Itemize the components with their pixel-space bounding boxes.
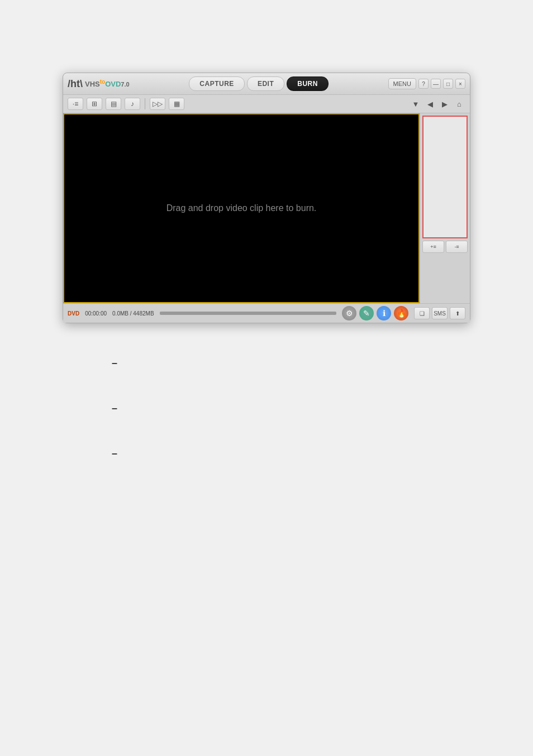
home-icon: ⌂: [457, 100, 461, 108]
logo-area: /ht\ VHStoOVD7.0: [68, 78, 130, 90]
logo-icon: /ht\: [68, 78, 83, 90]
tab-edit[interactable]: EDIT: [247, 76, 284, 91]
gear-icon: ⚙: [346, 309, 353, 318]
close-button[interactable]: ×: [455, 79, 465, 89]
audio-icon: ♪: [131, 100, 134, 108]
side-buttons: +≡ -≡: [422, 241, 468, 253]
chapters-icon: ▦: [174, 100, 180, 108]
status-time: 00:00:00: [85, 310, 107, 317]
play-icon: ▶: [442, 100, 448, 108]
side-preview: [422, 116, 468, 238]
info-icon: ℹ: [383, 309, 386, 318]
side-btn-left[interactable]: +≡: [422, 241, 444, 253]
settings-button[interactable]: ⚙: [342, 306, 356, 320]
toolbar-btn-image[interactable]: ▤: [106, 98, 121, 110]
share-button[interactable]: ⬆: [450, 307, 465, 319]
remove-icon: -≡: [454, 244, 459, 250]
toolbar-btn-transition[interactable]: ▷▷: [150, 98, 165, 110]
toolbar-btn-audio[interactable]: ♪: [125, 98, 140, 110]
main-content: Drag and drop video clip here to burn. +…: [63, 113, 470, 303]
playback-controls: ▼ ◀ ▶ ⌂: [410, 98, 465, 110]
list-icon: ·≡: [73, 100, 78, 108]
video-area[interactable]: Drag and drop video clip here to burn.: [63, 113, 420, 303]
side-panel: +≡ -≡: [420, 113, 470, 303]
fire-icon: 🔥: [397, 309, 406, 318]
toolbar: ·≡ ⊞ ▤ ♪ ▷▷ ▦ ▼ ◀ ▶: [63, 95, 470, 113]
maximize-button[interactable]: □: [443, 79, 453, 89]
playback-prev-btn[interactable]: ◀: [424, 98, 436, 110]
annotation-dash-1: –: [112, 357, 117, 369]
annotation-dash-3: –: [112, 448, 117, 460]
menu-button[interactable]: MENU: [388, 78, 416, 89]
right-status-icons: ❑ SMS ⬆: [414, 307, 465, 319]
add-icon: +≡: [430, 244, 436, 250]
info-button[interactable]: ℹ: [377, 306, 391, 320]
edit-button[interactable]: ✎: [359, 306, 374, 320]
side-btn-right[interactable]: -≡: [446, 241, 468, 253]
status-label: DVD: [68, 310, 79, 317]
toolbar-btn-grid[interactable]: ⊞: [87, 98, 102, 110]
playback-play-btn[interactable]: ▶: [439, 98, 451, 110]
playback-down-btn[interactable]: ▼: [410, 98, 422, 110]
status-icons: ⚙ ✎ ℹ 🔥: [342, 306, 408, 320]
down-icon: ▼: [412, 100, 420, 108]
transition-icon: ▷▷: [153, 100, 163, 108]
burn-button[interactable]: 🔥: [394, 306, 408, 320]
tab-capture[interactable]: CAPTURE: [189, 76, 245, 91]
app-title: VHStoOVD7.0: [85, 79, 130, 88]
drag-drop-text: Drag and drop video clip here to burn.: [166, 203, 317, 213]
nav-tabs: CAPTURE EDIT BURN: [133, 76, 385, 91]
image-icon: ▤: [111, 100, 117, 108]
copy-button[interactable]: ❑: [414, 307, 430, 319]
minimize-button[interactable]: —: [431, 79, 441, 89]
annotation-dash-2: –: [112, 403, 117, 414]
status-size: 0.0MB / 4482MB: [112, 310, 154, 317]
status-bar: DVD 00:00:00 0.0MB / 4482MB ⚙ ✎ ℹ 🔥 ❑ SM: [63, 303, 470, 323]
edit-icon: ✎: [363, 309, 370, 318]
playback-home-btn[interactable]: ⌂: [453, 98, 465, 110]
toolbar-separator-1: [145, 98, 145, 109]
share-icon: ⬆: [455, 310, 460, 317]
window-controls: MENU ? — □ ×: [388, 78, 465, 89]
app-window: /ht\ VHStoOVD7.0 CAPTURE EDIT BURN MENU …: [63, 73, 470, 323]
prev-icon: ◀: [427, 100, 433, 108]
tab-burn[interactable]: BURN: [287, 76, 329, 91]
grid-icon: ⊞: [92, 100, 97, 108]
progress-bar: [160, 312, 336, 315]
help-button[interactable]: ?: [418, 79, 429, 89]
copy-icon: ❑: [420, 310, 425, 317]
toolbar-btn-chapters[interactable]: ▦: [169, 98, 184, 110]
sms-button[interactable]: SMS: [432, 307, 448, 319]
title-bar: /ht\ VHStoOVD7.0 CAPTURE EDIT BURN MENU …: [63, 73, 470, 95]
toolbar-btn-list[interactable]: ·≡: [68, 98, 83, 110]
